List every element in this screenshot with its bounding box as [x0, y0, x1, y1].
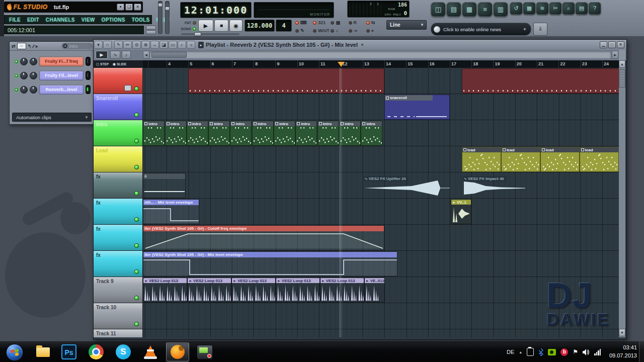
track-led[interactable]: [134, 243, 139, 248]
menu-channels[interactable]: CHANNELS: [46, 17, 75, 23]
playlist-menu-icon[interactable]: ▾: [94, 41, 103, 49]
lead-clip[interactable]: lead: [501, 147, 540, 172]
lead-clip[interactable]: lead: [462, 147, 501, 172]
scroll-left-button[interactable]: ◂: [143, 51, 149, 59]
track-header-fx[interactable]: fx: [94, 172, 142, 198]
draw-toggle[interactable]: ✎: [294, 27, 312, 35]
playback-tool-icon[interactable]: ◃: [187, 41, 195, 49]
channel-row[interactable]: Reeverb...level: [12, 83, 92, 96]
track-led[interactable]: [134, 86, 139, 91]
select-tool-icon[interactable]: ▭: [169, 41, 177, 49]
tempo-display[interactable]: 128.000 TEMPO: [245, 20, 275, 32]
master-pitch-slider[interactable]: [165, 1, 170, 34]
clipboard-tray-icon[interactable]: [527, 348, 534, 356]
channel-row[interactable]: Fruity Fil...level: [12, 69, 92, 82]
project-notes-button[interactable]: ▤: [575, 2, 588, 15]
intro-clip[interactable]: intro: [187, 121, 208, 146]
vv-1-clip[interactable]: ►VV..1: [451, 199, 471, 224]
playlist-maximize-icon[interactable]: □: [608, 41, 616, 48]
ves2-loop-013-clip[interactable]: ►VES2 Loop 013: [187, 278, 231, 303]
channel-name-button[interactable]: Reeverb...level: [39, 85, 84, 95]
slide-note-toggle-led[interactable]: [331, 29, 334, 33]
draw-tool-icon[interactable]: ✎: [114, 41, 123, 49]
record-audio-button[interactable]: ⌕: [562, 2, 575, 15]
taskbar-explorer-icon[interactable]: [31, 342, 54, 361]
snareroll-clip[interactable]: snareroll: [384, 95, 450, 120]
slice-tool-icon[interactable]: ◪: [159, 41, 168, 49]
track-header-track-9[interactable]: Track 9: [94, 277, 142, 303]
typing-keyboard-toggle-led[interactable]: [295, 21, 299, 25]
master-volume-handle[interactable]: [158, 3, 163, 7]
menu-tools[interactable]: TOOLS: [132, 17, 150, 23]
pedal-toggle[interactable]: ⌖: [365, 27, 383, 35]
ves2-loop-013-clip[interactable]: ►VES2 Loop 013: [143, 278, 187, 303]
intro-clip[interactable]: intro: [165, 121, 187, 146]
news-download-button[interactable]: ⇓: [533, 23, 547, 36]
intro-clip[interactable]: intro: [317, 121, 339, 146]
track-lane[interactable]: [143, 329, 619, 337]
taskbar-fl-studio-icon[interactable]: [166, 342, 189, 361]
intro-clip[interactable]: intro: [274, 121, 295, 146]
undo-button[interactable]: ↺: [510, 2, 523, 15]
channel-mute-capsule[interactable]: [86, 85, 91, 94]
wait-toggle-led[interactable]: [313, 29, 316, 33]
show-desktop-button[interactable]: [639, 341, 644, 362]
performance-mode-button[interactable]: ∿: [110, 51, 120, 59]
channel-name-button[interactable]: Fruity Fil...level: [39, 71, 84, 80]
channel-filter-dropdown[interactable]: Automation clips ▼: [12, 113, 92, 122]
wait-toggle[interactable]: WAIT: [312, 27, 330, 35]
mixer-window-button[interactable]: ▥: [493, 2, 508, 17]
restore-icon[interactable]: ❏: [125, 4, 133, 11]
menu-file[interactable]: FILE: [9, 17, 21, 23]
browser-window-button[interactable]: ≡: [477, 2, 493, 17]
track-header-fx[interactable]: fx: [94, 199, 142, 224]
playlist-minimize-icon[interactable]: ▁: [600, 41, 607, 48]
piano-roll-window-button[interactable]: ▦: [462, 2, 477, 17]
track-led[interactable]: [134, 165, 139, 169]
note-preview-button[interactable]: ♪: [122, 51, 131, 59]
menu-edit[interactable]: EDIT: [27, 17, 39, 23]
step-toggle[interactable]: STEP: [96, 62, 109, 66]
pattern-selector[interactable]: + intro: [61, 43, 93, 49]
song-led[interactable]: [193, 27, 196, 31]
ves2-fx-impact-46-clip[interactable]: ∿VES2 FX Impact 46: [463, 173, 526, 198]
lead-clip[interactable]: lead: [540, 147, 580, 172]
6-clip[interactable]: 6: [143, 173, 186, 198]
slip-tool-icon[interactable]: ↔: [150, 41, 159, 49]
taskbar-vlc-icon[interactable]: [139, 342, 162, 361]
mute-tool-icon[interactable]: ⊗: [141, 41, 150, 49]
intro-clip[interactable]: intro: [230, 121, 252, 146]
save-new-version-button[interactable]: ▦: [523, 2, 536, 15]
loop-record-toggle-led[interactable]: [349, 21, 352, 25]
track-led[interactable]: [134, 269, 139, 274]
taskbar-skype-icon[interactable]: S: [112, 342, 135, 361]
channel-mute-capsule[interactable]: [86, 57, 91, 66]
intro-clip[interactable]: intro: [252, 121, 274, 146]
language-indicator[interactable]: DE: [507, 349, 514, 355]
channel-enable-led[interactable]: [15, 60, 18, 63]
snap-magnet-icon[interactable]: ∩: [103, 41, 112, 49]
draw-toggle-led[interactable]: [295, 29, 299, 33]
track-header-fx[interactable]: fx: [94, 225, 142, 250]
graph-editor-icon[interactable]: ∕∕: [33, 44, 34, 49]
typing-keyboard-toggle[interactable]: ⌨: [294, 19, 312, 27]
volume-knob[interactable]: [30, 72, 37, 79]
menu-view[interactable]: VIEW: [82, 17, 95, 23]
record-button[interactable]: ◉: [229, 20, 243, 32]
track-led[interactable]: [134, 191, 139, 196]
master-volume-slider[interactable]: [158, 1, 163, 34]
minimize-icon[interactable]: ▾: [117, 4, 124, 11]
loop-record-toggle[interactable]: R: [348, 19, 365, 27]
track-led[interactable]: [134, 217, 139, 222]
ves2-loop-013-clip[interactable]: ►VES2 Loop 013: [231, 278, 276, 303]
step-edit-toggle[interactable]: ⇢: [348, 27, 365, 35]
pedal-toggle-led[interactable]: [366, 29, 370, 33]
intro-clip[interactable]: intro: [208, 121, 230, 146]
zoom-tool-icon[interactable]: ⌕: [178, 41, 186, 49]
track-header-kick[interactable]: Kick: [94, 68, 142, 94]
countdown-toggle[interactable]: 321: [312, 19, 330, 27]
playhead-marker[interactable]: [338, 62, 345, 67]
paint-tool-icon[interactable]: ✏: [123, 41, 132, 49]
overdub-toggle-led[interactable]: [366, 21, 370, 25]
render-save-button[interactable]: ≋: [536, 2, 549, 15]
